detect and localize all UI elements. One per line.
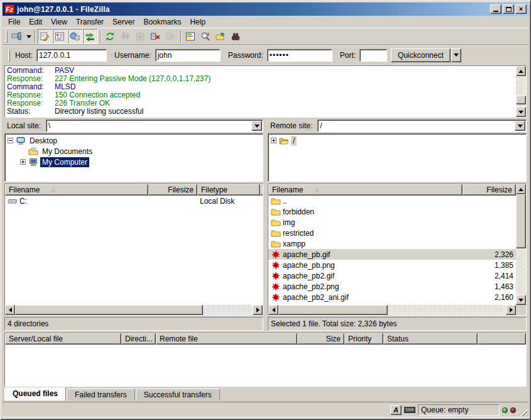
scroll-thumb[interactable] <box>516 194 526 248</box>
remote-column-header-filename[interactable]: Filename <box>268 184 463 196</box>
scroll-left-button[interactable] <box>5 305 15 315</box>
resize-grip[interactable] <box>518 407 527 416</box>
local-column-header-l[interactable]: L <box>260 184 263 196</box>
remote-pane: Remote site: / / FilenameFilesize ..forb… <box>268 119 527 331</box>
local-column-header-filesize[interactable]: Filesize <box>148 184 197 196</box>
toggle-local-tree-button[interactable] <box>53 29 68 44</box>
remote-column-header-filesize[interactable]: Filesize <box>463 184 516 196</box>
tab-successful-transfers[interactable]: Successful transfers <box>136 389 220 401</box>
filesize-cell <box>463 206 516 217</box>
table-row[interactable]: forbidden <box>268 206 516 217</box>
toolbar-grip[interactable] <box>6 30 8 43</box>
table-row[interactable]: apache_pb2_ani.gif2,160 <box>268 292 516 302</box>
menu-view[interactable]: View <box>47 16 72 28</box>
disconnect-button[interactable] <box>148 29 163 44</box>
speed-limit-icon[interactable]: SBB <box>404 407 415 413</box>
scroll-up-button[interactable] <box>516 66 526 76</box>
local-tree-item[interactable]: Desktop <box>6 135 261 146</box>
local-column-header-filetype[interactable]: Filetype <box>197 184 260 196</box>
synchronized-browsing-button[interactable] <box>214 29 229 44</box>
queue-body[interactable] <box>5 345 526 386</box>
remote-site-dropdown-button[interactable] <box>515 121 525 131</box>
maximize-button[interactable] <box>503 4 514 14</box>
queue-column-header-directi[interactable]: Directi... <box>121 333 156 345</box>
scroll-up-button[interactable] <box>516 184 526 194</box>
table-row[interactable]: xampp <box>268 238 516 249</box>
queue-column-header-serverlocalfile[interactable]: Server/Local file <box>5 333 121 345</box>
scroll-track[interactable] <box>15 305 253 315</box>
local-status-text: 4 directories <box>8 319 48 328</box>
scroll-right-button[interactable] <box>506 305 516 315</box>
scroll-down-button[interactable] <box>516 295 526 305</box>
quickconnect-dropdown-button[interactable] <box>451 48 461 62</box>
site-manager-button[interactable] <box>9 29 25 44</box>
refresh-button[interactable] <box>103 29 118 44</box>
local-column-header-filename[interactable]: Filename <box>5 184 148 196</box>
quickconnect-button[interactable]: Quickconnect <box>391 48 451 62</box>
port-input[interactable] <box>359 49 387 62</box>
tab-queued-files[interactable]: Queued files <box>4 387 66 401</box>
local-tree-item[interactable]: My Computer <box>6 157 261 167</box>
transfer-type-icon[interactable]: A <box>390 405 402 415</box>
toggle-message-log-button[interactable] <box>38 29 53 44</box>
menu-bookmarks[interactable]: Bookmarks <box>139 16 185 28</box>
table-row[interactable]: C:Local Disk <box>5 196 263 206</box>
remote-tree-item[interactable]: / <box>270 135 525 146</box>
host-input[interactable] <box>36 49 107 62</box>
close-button[interactable]: × <box>515 4 527 14</box>
remote-vertical-scrollbar[interactable] <box>516 184 526 305</box>
scroll-track[interactable] <box>278 305 506 315</box>
table-row[interactable]: apache_pb.gif2,326 <box>268 249 516 260</box>
filename-text: xampp <box>283 240 305 248</box>
local-horizontal-scrollbar[interactable] <box>5 305 263 315</box>
menu-edit[interactable]: Edit <box>25 16 47 28</box>
table-row[interactable]: img <box>268 217 516 228</box>
scroll-down-button[interactable] <box>516 107 526 117</box>
tab-failed-transfers[interactable]: Failed transfers <box>67 389 135 401</box>
title-bar[interactable]: Fz john@127.0.0.1 - FileZilla × <box>3 3 528 16</box>
expand-icon[interactable] <box>271 138 276 143</box>
expand-icon[interactable] <box>20 159 26 165</box>
toggle-transfer-queue-button[interactable] <box>83 29 98 44</box>
filename-cell: xampp <box>268 238 463 249</box>
minimize-button[interactable] <box>490 4 501 14</box>
find-files-button[interactable] <box>229 29 244 44</box>
queue-column-header-remotefile[interactable]: Remote file <box>156 333 297 345</box>
scroll-right-button[interactable] <box>253 305 263 315</box>
scroll-left-button[interactable] <box>268 305 278 315</box>
password-input[interactable] <box>267 49 332 62</box>
local-site-combobox[interactable]: \ <box>46 119 263 132</box>
menu-server[interactable]: Server <box>108 16 139 28</box>
remote-horizontal-scrollbar[interactable] <box>268 305 516 315</box>
filename-text: apache_pb.png <box>283 261 335 270</box>
table-row[interactable]: apache_pb2.gif2,414 <box>268 270 516 281</box>
menu-file[interactable]: File <box>4 16 25 28</box>
table-row[interactable]: restricted <box>268 228 516 238</box>
remote-site-combobox[interactable]: / <box>317 119 527 132</box>
table-row[interactable]: apache_pb.png1,385 <box>268 260 516 270</box>
scroll-track[interactable] <box>516 194 526 295</box>
transfer-queue: Server/Local fileDirecti...Remote fileSi… <box>4 333 527 387</box>
scroll-thumb[interactable] <box>278 305 388 315</box>
site-manager-dropdown-button[interactable] <box>25 29 33 44</box>
message-log-scrollbar[interactable] <box>516 66 526 117</box>
host-label: Host: <box>15 51 33 60</box>
table-row[interactable]: .. <box>268 196 516 206</box>
queue-column-header-status[interactable]: Status <box>383 333 478 345</box>
menu-transfer[interactable]: Transfer <box>72 16 108 28</box>
local-site-dropdown-button[interactable] <box>251 121 262 131</box>
scroll-track[interactable] <box>516 76 526 107</box>
collapse-icon[interactable] <box>8 138 13 143</box>
menu-help[interactable]: Help <box>185 16 210 28</box>
scroll-thumb[interactable] <box>516 96 526 104</box>
filter-button[interactable] <box>183 29 199 44</box>
table-row[interactable]: apache_pb2.png1,463 <box>268 281 516 292</box>
username-input[interactable] <box>155 49 221 62</box>
scroll-thumb[interactable] <box>15 305 203 315</box>
queue-column-header-size[interactable]: Size <box>297 333 344 345</box>
directory-comparison-button[interactable] <box>199 29 214 44</box>
quickbar-grip[interactable] <box>8 49 10 62</box>
toggle-remote-tree-button[interactable] <box>68 29 83 44</box>
local-tree-item[interactable]: My Documents <box>6 146 261 157</box>
queue-column-header-priority[interactable]: Priority <box>344 333 383 345</box>
